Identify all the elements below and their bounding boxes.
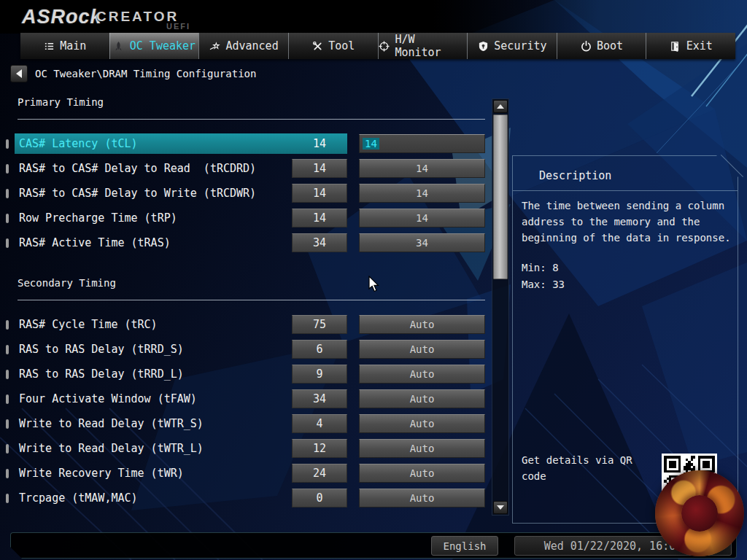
row-tick-icon — [6, 238, 9, 248]
value-dropdown[interactable]: Auto — [359, 489, 485, 508]
table-row-twtr-s[interactable]: Write to Read Delay (tWTR_S) 4 Auto — [6, 413, 487, 434]
power-icon — [580, 40, 592, 52]
footer-bar: English Wed 01/22/2020, 16:02:46 — [10, 532, 737, 559]
table-row-trcdwr[interactable]: RAS# to CAS# Delay to Write (tRCDWR) 14 … — [6, 183, 487, 203]
table-row-tcl[interactable]: CAS# Latency (tCL) 14 14 — [6, 133, 487, 154]
language-button[interactable]: English — [431, 536, 498, 556]
row-tick-icon — [6, 139, 9, 149]
row-label: Write to Read Delay (tWTR_S) — [15, 417, 204, 430]
shield-icon — [477, 40, 489, 52]
row-value: 4 — [292, 414, 347, 433]
back-arrow-icon — [16, 69, 22, 78]
description-title: Description — [539, 169, 611, 182]
row-value: 12 — [292, 439, 347, 458]
value-dropdown[interactable]: Auto — [359, 414, 485, 433]
row-tick-icon — [6, 164, 9, 174]
scroll-down-button[interactable] — [493, 501, 508, 514]
scrollbar[interactable] — [492, 98, 509, 516]
scrollbar-thumb[interactable] — [493, 114, 508, 279]
table-row-trrd-s[interactable]: RAS to RAS Delay (tRRD_S) 6 Auto — [6, 339, 487, 359]
value-input[interactable]: 14 — [359, 209, 485, 228]
table-row-tfaw[interactable]: Four Activate Window (tFAW) 34 Auto — [6, 389, 487, 409]
tab-hw-monitor[interactable]: H/W Monitor — [378, 33, 468, 59]
tab-main[interactable]: Main — [20, 33, 109, 59]
value-dropdown[interactable]: Auto — [359, 389, 485, 408]
value-dropdown[interactable]: Auto — [359, 340, 485, 359]
table-row-trrd-l[interactable]: RAS to RAS Delay (tRRD_L) 9 Auto — [6, 364, 487, 384]
tab-tool[interactable]: Tool — [288, 33, 378, 59]
back-button[interactable] — [10, 65, 28, 82]
section-title-secondary-timing: Secondary Timing — [18, 277, 116, 289]
list-icon — [43, 40, 55, 52]
row-label: Write Recovery Time (tWR) — [15, 467, 184, 480]
table-row-twtr-l[interactable]: Write to Read Delay (tWTR_L) 12 Auto — [6, 438, 487, 459]
value-input[interactable]: 14 — [359, 184, 485, 203]
row-tick-icon — [6, 469, 9, 478]
row-tick-icon — [6, 419, 9, 429]
row-label: RAS# Cycle Time (tRC) — [15, 318, 158, 331]
mouse-cursor — [368, 276, 380, 293]
tab-label: Tool — [328, 39, 355, 52]
tab-label: Security — [494, 39, 546, 52]
section-divider — [18, 119, 485, 120]
rocket-icon — [113, 40, 125, 52]
tab-label: Main — [60, 39, 86, 52]
qr-caption: Get details via QR code — [522, 452, 653, 484]
row-value: 14 — [292, 159, 347, 178]
phoenix-logo — [655, 470, 744, 556]
nav-tab-bar: Main OC Tweaker Advanced Tool H/W Monito… — [20, 33, 735, 59]
tab-label: H/W Monitor — [395, 33, 467, 59]
max-value-label: Max: 33 — [522, 279, 565, 290]
row-label: RAS to RAS Delay (tRRD_L) — [15, 368, 184, 381]
tab-label: OC Tweaker — [130, 39, 196, 52]
asrock-logo: ASRock — [22, 6, 102, 28]
value-dropdown[interactable]: Auto — [359, 464, 485, 483]
breadcrumb: OC Tweaker\DRAM Timing Configuration — [35, 68, 256, 79]
row-label: CAS# Latency (tCL) — [15, 137, 138, 150]
table-row-tras[interactable]: RAS# Active Time (tRAS) 34 34 — [6, 233, 487, 253]
section-divider — [18, 300, 485, 300]
value-dropdown[interactable]: Auto — [359, 315, 485, 334]
section-title-primary-timing: Primary Timing — [18, 96, 104, 108]
arrow-up-icon — [497, 104, 504, 109]
uefi-label: UEFI — [166, 22, 190, 31]
row-tick-icon — [6, 494, 9, 503]
value-input[interactable]: 14 — [359, 134, 485, 153]
tab-advanced[interactable]: Advanced — [198, 33, 288, 59]
tab-boot[interactable]: Boot — [557, 33, 646, 59]
tab-label: Boot — [597, 39, 623, 52]
row-value: 24 — [292, 464, 347, 483]
scroll-up-button[interactable] — [493, 100, 508, 113]
panel-divider — [513, 190, 738, 191]
table-row-twr[interactable]: Write Recovery Time (tWR) 24 Auto — [6, 463, 487, 483]
value-input[interactable]: 34 — [359, 233, 485, 252]
table-row-trp[interactable]: Row Precharge Time (tRP) 14 14 — [6, 208, 487, 228]
row-label: Four Activate Window (tFAW) — [15, 392, 197, 405]
row-label: Row Precharge Time (tRP) — [15, 211, 177, 225]
row-label: RAS# to CAS# Delay to Write (tRCDWR) — [15, 187, 256, 200]
arrow-down-icon — [497, 505, 504, 510]
description-panel: Description The time between sending a c… — [512, 155, 738, 524]
table-row-trcdrd[interactable]: RAS# to CAS# Delay to Read (tRCDRD) 14 1… — [6, 158, 487, 179]
value-dropdown[interactable]: Auto — [359, 439, 485, 458]
row-value: 75 — [292, 315, 347, 334]
table-row-trcpage[interactable]: Trcpage (tMAW,MAC) 0 Auto — [6, 488, 487, 508]
row-label: Write to Read Delay (tWTR_L) — [15, 442, 204, 455]
tab-label: Advanced — [225, 39, 278, 52]
shooting-star-icon — [209, 40, 220, 52]
row-tick-icon — [6, 345, 9, 354]
secondary-timing-rows: RAS# Cycle Time (tRC) 75 Auto RAS to RAS… — [6, 314, 487, 513]
value-dropdown[interactable]: Auto — [359, 365, 485, 384]
tab-exit[interactable]: Exit — [646, 33, 735, 59]
tab-security[interactable]: Security — [467, 33, 557, 59]
row-value: 6 — [292, 340, 347, 359]
row-label: RAS# Active Time (tRAS) — [15, 236, 171, 249]
tab-oc-tweaker[interactable]: OC Tweaker — [109, 33, 199, 59]
row-label: Trcpage (tMAW,MAC) — [15, 491, 138, 505]
row-value: 34 — [292, 389, 347, 408]
row-tick-icon — [6, 444, 9, 454]
table-row-trc[interactable]: RAS# Cycle Time (tRC) 75 Auto — [6, 314, 487, 335]
value-input[interactable]: 14 — [359, 159, 485, 178]
row-tick-icon — [6, 394, 9, 404]
row-value: 34 — [292, 233, 347, 252]
